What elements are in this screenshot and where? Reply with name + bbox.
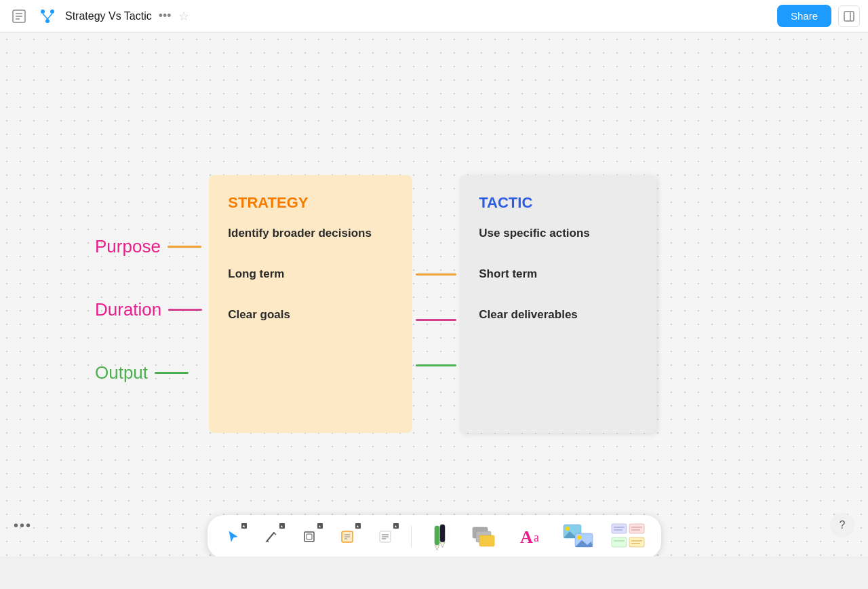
svg-rect-13: [304, 532, 314, 542]
toolbar-inner: ▲ ▲ ▲: [208, 515, 661, 556]
page-title: Strategy Vs Tactic: [65, 10, 152, 22]
svg-point-36: [577, 535, 581, 539]
svg-marker-26: [440, 542, 445, 548]
pen-tool-button[interactable]: ▲: [259, 525, 283, 549]
frame-tool-button[interactable]: ▲: [297, 525, 321, 549]
svg-rect-29: [479, 535, 494, 546]
connector-purpose: [416, 273, 456, 276]
strategy-item-output: Clear goals: [228, 308, 393, 322]
svg-point-33: [566, 527, 570, 531]
svg-text:A: A: [520, 527, 533, 547]
svg-text:a: a: [534, 531, 539, 544]
pencils-icon[interactable]: [425, 522, 455, 552]
text-format-icon[interactable]: A a: [517, 523, 547, 550]
svg-point-5: [50, 10, 54, 14]
select-tool-button[interactable]: ▲: [221, 525, 245, 549]
svg-point-6: [45, 19, 50, 23]
duration-label-row: Duration: [95, 299, 202, 320]
output-label-row: Output: [95, 362, 202, 383]
canvas[interactable]: Purpose Duration Output STRATEGY Identif…: [0, 33, 868, 556]
panel-toggle-button[interactable]: [838, 5, 860, 27]
duration-line: [168, 309, 202, 311]
purpose-line: [167, 246, 201, 248]
svg-point-4: [41, 10, 45, 14]
purpose-label: Purpose: [95, 236, 161, 257]
shapes-icon[interactable]: [469, 520, 504, 553]
more-options-button[interactable]: •••: [14, 518, 32, 533]
svg-line-11: [267, 533, 274, 541]
branch-icon[interactable]: [37, 5, 58, 27]
svg-rect-23: [435, 526, 439, 545]
duration-label: Duration: [95, 299, 161, 320]
tactic-card: TACTIC Use specific actions Short term C…: [460, 175, 656, 433]
tactic-title: TACTIC: [479, 194, 637, 212]
svg-marker-24: [435, 545, 439, 550]
share-button[interactable]: Share: [777, 5, 831, 27]
strategy-card: STRATEGY Identify broader decisions Long…: [209, 175, 412, 433]
svg-rect-14: [307, 534, 312, 539]
svg-line-12: [274, 533, 276, 535]
strategy-item-purpose: Identify broader decisions: [228, 227, 393, 240]
images-icon[interactable]: [561, 522, 596, 552]
bottom-toolbar: ▲ ▲ ▲: [0, 524, 868, 556]
labels-column: Purpose Duration Output: [95, 175, 202, 425]
svg-rect-25: [440, 525, 445, 542]
tactic-item-duration: Short term: [479, 267, 637, 281]
connector-output: [416, 364, 456, 366]
header: Strategy Vs Tactic ••• ☆ Share: [0, 0, 868, 33]
diagram: Purpose Duration Output STRATEGY Identif…: [95, 175, 656, 433]
output-line: [155, 372, 189, 374]
templates-icon[interactable]: [610, 522, 648, 552]
svg-rect-41: [629, 524, 644, 533]
tactic-item-purpose: Use specific actions: [479, 227, 637, 240]
doc-icon[interactable]: [8, 5, 30, 27]
purpose-label-row: Purpose: [95, 236, 202, 257]
connector-duration: [416, 319, 456, 321]
header-right: Share: [777, 5, 860, 27]
text-tool-button[interactable]: ▲: [373, 525, 397, 549]
connectors-column: [416, 175, 456, 366]
strategy-item-duration: Long term: [228, 267, 393, 281]
svg-rect-46: [629, 537, 644, 547]
svg-line-8: [47, 14, 52, 19]
svg-rect-9: [844, 12, 854, 21]
more-button[interactable]: •••: [159, 9, 172, 23]
star-button[interactable]: ☆: [178, 9, 189, 24]
svg-line-7: [43, 14, 47, 19]
svg-rect-44: [612, 537, 627, 547]
help-button[interactable]: ?: [830, 513, 854, 537]
sticky-tool-button[interactable]: ▲: [335, 525, 359, 549]
header-left: Strategy Vs Tactic ••• ☆: [8, 5, 770, 27]
tactic-item-output: Clear deliverables: [479, 308, 637, 322]
toolbar-divider: [411, 526, 412, 548]
strategy-title: STRATEGY: [228, 194, 393, 212]
svg-rect-38: [612, 524, 627, 533]
output-label: Output: [95, 362, 148, 383]
